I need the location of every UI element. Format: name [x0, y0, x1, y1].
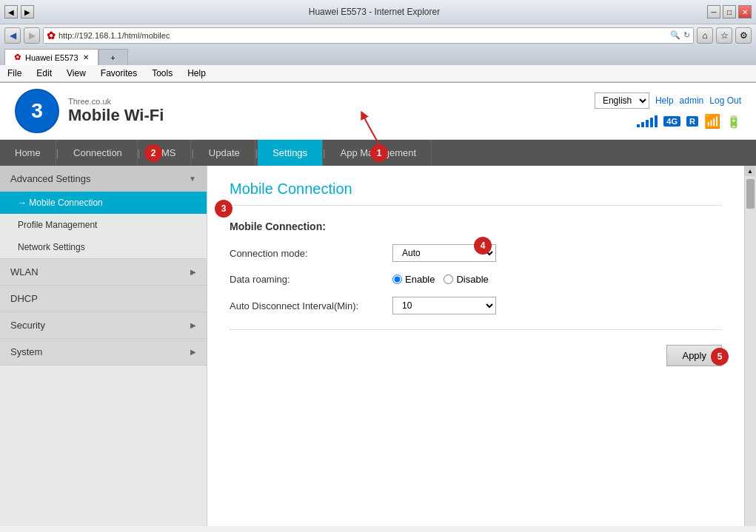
search-icon: 🔍	[670, 30, 680, 40]
page: 3 Three.co.uk Mobile Wi-Fi English Help …	[0, 83, 756, 526]
logo: 3	[15, 89, 59, 133]
logo-text: 3	[31, 99, 43, 123]
header-top-right: English Help admin Log Out	[595, 92, 741, 109]
tab-app-management[interactable]: App Management	[326, 140, 432, 166]
disconnect-interval-label: Auto Disconnect Interval(Min):	[230, 300, 392, 312]
title-bar: ◀ ▶ Huawei E5573 - Internet Explorer ─ □…	[0, 0, 756, 24]
apply-button[interactable]: Apply	[666, 345, 722, 366]
sidebar-item-network-settings[interactable]: Network Settings	[0, 236, 207, 258]
admin-link[interactable]: admin	[680, 95, 704, 106]
content-area: Mobile Connection Mobile Connection: Con…	[207, 166, 744, 526]
help-link[interactable]: Help	[655, 95, 674, 106]
favorites-icon[interactable]: ☆	[716, 27, 732, 44]
sidebar-item-mobile-connection[interactable]: Mobile Connection	[0, 192, 207, 214]
scroll-up-btn[interactable]: ▲	[745, 166, 755, 176]
bar5	[655, 115, 658, 127]
tab-close-btn[interactable]: ✕	[83, 53, 89, 61]
browser-chrome: ◀ ▶ Huawei E5573 - Internet Explorer ─ □…	[0, 0, 756, 83]
data-roaming-label: Data roaming:	[230, 274, 392, 285]
connection-mode-label: Connection mode:	[230, 248, 392, 259]
close-btn[interactable]: ✕	[738, 5, 752, 18]
language-select[interactable]: English	[595, 92, 649, 109]
maximize-btn[interactable]: □	[723, 5, 736, 18]
sidebar-header-security[interactable]: Security ▶	[0, 312, 207, 338]
sidebar-header-wlan[interactable]: WLAN ▶	[0, 259, 207, 285]
back-button[interactable]: ◀	[4, 27, 21, 44]
sidebar-section-advanced: Advanced Settings ▼ Mobile Connection Pr…	[0, 166, 207, 259]
sidebar-section-dhcp: DHCP	[0, 286, 207, 312]
roaming-enable-radio[interactable]	[392, 275, 402, 284]
wifi-icon: 📶	[704, 113, 720, 129]
sidebar-section-security: Security ▶	[0, 312, 207, 339]
roaming-disable-label[interactable]: Disable	[444, 274, 488, 285]
tab-title: Huawei E5573	[25, 53, 78, 62]
logo-text-area: Three.co.uk Mobile Wi-Fi	[68, 97, 164, 125]
tab-sms[interactable]: SMS	[140, 140, 191, 166]
connection-mode-select[interactable]: Auto 4G Only 3G Only 2G Only	[392, 244, 496, 262]
title-bar-left: ◀ ▶	[4, 5, 34, 18]
bar1	[637, 124, 640, 127]
section-title: Mobile Connection:	[230, 220, 722, 232]
menu-favorites[interactable]: Favorites	[98, 67, 140, 80]
nav-tabs: Home | Connection | SMS | Update | Setti…	[0, 140, 756, 166]
browser-tab[interactable]: ✿ Huawei E5573 ✕	[4, 49, 98, 65]
settings-icon[interactable]: ⚙	[735, 27, 752, 44]
tab-home[interactable]: Home	[0, 140, 56, 166]
roaming-disable-radio[interactable]	[444, 275, 453, 284]
roaming-enable-label[interactable]: Enable	[392, 274, 435, 285]
menu-help[interactable]: Help	[184, 67, 209, 80]
menu-tools[interactable]: Tools	[149, 67, 175, 80]
disconnect-interval-select[interactable]: Never 5 10 15 20 30	[392, 297, 496, 314]
scrollbar[interactable]: ▲	[744, 166, 756, 526]
signal-strength	[637, 115, 658, 127]
disconnect-interval-row: Auto Disconnect Interval(Min): Never 5 1…	[230, 297, 722, 314]
sidebar-item-profile-management[interactable]: Profile Management	[0, 214, 207, 236]
logo-sub: Three.co.uk	[68, 97, 164, 106]
roaming-enable-text: Enable	[405, 274, 435, 285]
address-text: http://192.168.1.1/html/mobilec	[58, 31, 667, 40]
network-type: 4G	[663, 116, 680, 127]
roaming-indicator: R	[686, 116, 698, 127]
new-tab-btn[interactable]: +	[98, 49, 128, 65]
tab-connection[interactable]: Connection	[58, 140, 138, 166]
home-icon[interactable]: ⌂	[697, 27, 713, 44]
page-header: 3 Three.co.uk Mobile Wi-Fi English Help …	[0, 83, 756, 140]
advanced-arrow-icon: ▼	[189, 175, 196, 183]
tab-bar: ✿ Huawei E5573 ✕ +	[0, 46, 756, 65]
nav-forward-btn[interactable]: ▶	[21, 5, 34, 18]
wlan-arrow-icon: ▶	[190, 268, 196, 276]
bar4	[650, 118, 653, 127]
window-title: Huawei E5573 - Internet Explorer	[309, 7, 440, 17]
bar3	[646, 120, 649, 127]
menu-view[interactable]: View	[64, 67, 89, 80]
dhcp-label: DHCP	[10, 293, 38, 304]
sidebar-section-wlan: WLAN ▶	[0, 259, 207, 286]
address-bar[interactable]: ✿ http://192.168.1.1/html/mobilec 🔍 ↻	[43, 27, 694, 44]
tab-update[interactable]: Update	[194, 140, 255, 166]
logout-link[interactable]: Log Out	[709, 95, 741, 106]
status-icons: 4G R 📶 🔋	[637, 113, 741, 129]
forward-button[interactable]: ▶	[24, 27, 40, 44]
sidebar-header-system[interactable]: System ▶	[0, 339, 207, 365]
page-title: Mobile Wi-Fi	[68, 106, 164, 125]
roaming-disable-text: Disable	[456, 274, 488, 285]
security-label: Security	[10, 320, 45, 331]
menu-file[interactable]: File	[4, 67, 24, 80]
menu-bar: File Edit View Favorites Tools Help	[0, 65, 756, 82]
sidebar-header-advanced[interactable]: Advanced Settings ▼	[0, 166, 207, 192]
connection-mode-control: Auto 4G Only 3G Only 2G Only	[392, 244, 496, 262]
menu-edit[interactable]: Edit	[33, 67, 55, 80]
refresh-icon[interactable]: ↻	[683, 30, 690, 40]
sidebar: Advanced Settings ▼ Mobile Connection Pr…	[0, 166, 207, 526]
advanced-settings-label: Advanced Settings	[10, 173, 90, 184]
tab-settings[interactable]: Settings	[258, 140, 323, 166]
minimize-btn[interactable]: ─	[707, 5, 720, 18]
sidebar-header-dhcp[interactable]: DHCP	[0, 286, 207, 312]
data-roaming-row: Data roaming: Enable Disable	[230, 274, 722, 285]
main-layout: Advanced Settings ▼ Mobile Connection Pr…	[0, 166, 756, 526]
divider	[230, 329, 722, 330]
nav-back-btn[interactable]: ◀	[4, 5, 18, 18]
data-roaming-control: Enable Disable	[392, 274, 489, 285]
scroll-thumb[interactable]	[746, 179, 755, 209]
content-title: Mobile Connection	[230, 181, 722, 206]
